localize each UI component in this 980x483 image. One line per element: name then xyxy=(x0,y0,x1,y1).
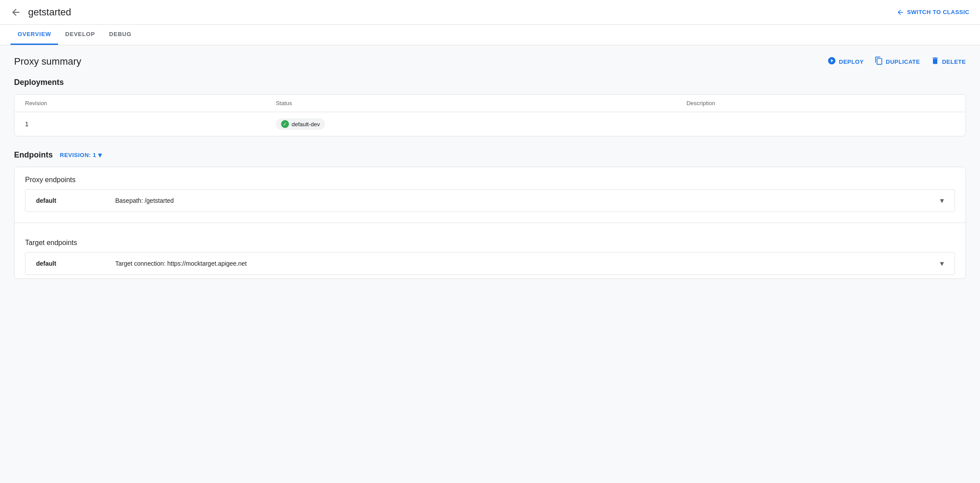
deployments-title: Deployments xyxy=(14,78,966,87)
top-bar: getstarted SWITCH TO CLASSIC xyxy=(0,0,980,25)
target-endpoint-value: Target connection: https://mocktarget.ap… xyxy=(115,260,940,267)
tab-develop[interactable]: DEVELOP xyxy=(58,25,102,45)
col-revision: Revision xyxy=(15,95,265,112)
table-row: 1 ✓ default-dev xyxy=(15,112,965,136)
endpoints-header: Endpoints REVISION: 1 ▾ xyxy=(14,150,966,160)
tab-debug[interactable]: DEBUG xyxy=(102,25,139,45)
switch-classic-label: SWITCH TO CLASSIC xyxy=(907,9,969,15)
chevron-down-icon: ▾ xyxy=(98,151,102,159)
cell-description xyxy=(676,112,965,136)
cell-status: ✓ default-dev xyxy=(265,112,676,136)
target-endpoint-name: default xyxy=(36,260,115,267)
proxy-endpoints-title: Proxy endpoints xyxy=(25,176,955,184)
tabs-bar: OVERVIEW DEVELOP DEBUG xyxy=(0,25,980,45)
deploy-icon xyxy=(827,56,836,67)
revision-label: REVISION: 1 xyxy=(60,152,96,158)
delete-label: DELETE xyxy=(942,59,966,65)
switch-to-classic-button[interactable]: SWITCH TO CLASSIC xyxy=(896,8,969,16)
proxy-endpoints-subsection: Proxy endpoints default Basepath: /getst… xyxy=(15,167,965,216)
proxy-endpoint-chevron-icon: ▾ xyxy=(940,196,944,205)
proxy-endpoint-row[interactable]: default Basepath: /getstarted ▾ xyxy=(25,189,955,212)
tab-overview[interactable]: OVERVIEW xyxy=(11,25,58,45)
back-button[interactable] xyxy=(11,7,21,18)
duplicate-button[interactable]: DUPLICATE xyxy=(874,56,920,67)
proxy-endpoint-name: default xyxy=(36,197,115,204)
duplicate-icon xyxy=(874,56,883,67)
proxy-summary-header: Proxy summary DEPLOY DUPLICATE xyxy=(14,56,966,67)
endpoints-section: Endpoints REVISION: 1 ▾ Proxy endpoints … xyxy=(14,150,966,279)
deployments-section: Deployments Revision Status Description … xyxy=(14,78,966,136)
status-label: default-dev xyxy=(292,121,320,128)
target-endpoints-title: Target endpoints xyxy=(25,239,955,247)
deploy-label: DEPLOY xyxy=(839,59,863,65)
status-dot-icon: ✓ xyxy=(281,120,289,128)
target-endpoint-chevron-icon: ▾ xyxy=(940,259,944,268)
endpoints-title: Endpoints xyxy=(14,150,53,160)
delete-icon xyxy=(931,56,940,67)
deploy-button[interactable]: DEPLOY xyxy=(827,56,863,67)
top-bar-left: getstarted xyxy=(11,7,71,18)
proxy-endpoint-value: Basepath: /getstarted xyxy=(115,197,940,204)
status-badge: ✓ default-dev xyxy=(276,118,325,130)
endpoints-card: Proxy endpoints default Basepath: /getst… xyxy=(14,167,966,279)
col-description: Description xyxy=(676,95,965,112)
deployments-table-container: Revision Status Description 1 ✓ default-… xyxy=(14,94,966,136)
proxy-summary-title: Proxy summary xyxy=(14,56,81,67)
main-content: Proxy summary DEPLOY DUPLICATE xyxy=(0,45,980,479)
action-buttons: DEPLOY DUPLICATE DELETE xyxy=(827,56,966,67)
table-header-row: Revision Status Description xyxy=(15,95,965,112)
duplicate-label: DUPLICATE xyxy=(886,59,920,65)
target-endpoints-subsection: Target endpoints default Target connecti… xyxy=(15,230,965,278)
delete-button[interactable]: DELETE xyxy=(931,56,966,67)
target-endpoint-row[interactable]: default Target connection: https://mockt… xyxy=(25,252,955,275)
revision-dropdown[interactable]: REVISION: 1 ▾ xyxy=(60,151,102,159)
col-status: Status xyxy=(265,95,676,112)
page-title: getstarted xyxy=(28,7,71,18)
cell-revision: 1 xyxy=(15,112,265,136)
deployments-table: Revision Status Description 1 ✓ default-… xyxy=(15,95,965,136)
divider xyxy=(15,223,965,223)
